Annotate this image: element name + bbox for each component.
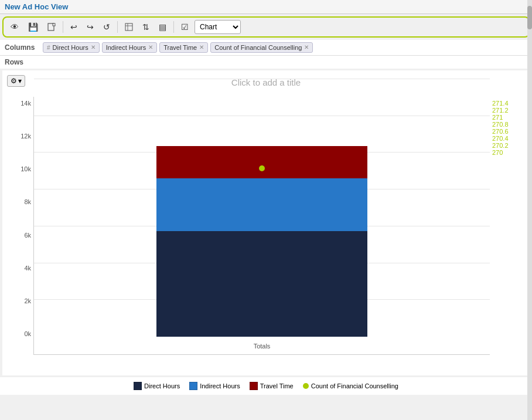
column-tag-label: Indirect Hours [106, 44, 146, 51]
bar-stack [156, 146, 367, 337]
scrollbar-thumb[interactable] [527, 6, 532, 29]
check-button[interactable]: ☑ [178, 20, 192, 34]
gear-button[interactable]: ⚙ ▾ [7, 75, 25, 87]
rows-label: Rows [5, 58, 37, 66]
rows-row: Rows [0, 56, 532, 69]
gear-dropdown-icon: ▾ [18, 77, 22, 85]
right-axis-wrapper: 271.4 271.2 271 270.8 270.6 270.4 270.2 … [490, 97, 525, 355]
chart-type-select[interactable]: Chart Table Crosstab [195, 20, 241, 34]
svg-rect-3 [125, 23, 132, 31]
legend-item-count-financial: Count of Financial Counselling [303, 382, 398, 390]
scrollbar[interactable] [527, 0, 532, 420]
export-button[interactable] [44, 20, 59, 34]
financial-counselling-dot [259, 165, 265, 171]
legend-color-direct-hours [134, 382, 142, 390]
columns-label: Columns [5, 43, 37, 52]
undo-button[interactable]: ↩ [67, 20, 81, 34]
view-button[interactable]: 👁 [7, 20, 22, 34]
legend-color-indirect-hours [189, 382, 197, 390]
toolbar: 👁 💾 ↩ ↪ ↺ ⇅ ▤ ☑ Chart Table Crosstab [2, 16, 530, 38]
bar-direct-hours [156, 231, 367, 337]
hash-icon: # [47, 45, 50, 51]
column-tag-label: Direct Hours [53, 44, 88, 51]
svg-rect-2 [53, 23, 55, 26]
legend-label-direct-hours: Direct Hours [144, 382, 180, 389]
legend-label-indirect-hours: Indirect Hours [200, 382, 240, 389]
refresh-button[interactable]: ↺ [100, 20, 114, 34]
grid-line [34, 79, 490, 79]
remove-travel-time[interactable]: ✕ [199, 45, 204, 50]
remove-count-financial[interactable]: ✕ [304, 45, 309, 50]
columns-row: Columns # Direct Hours ✕ Indirect Hours … [0, 40, 532, 56]
grid-line [34, 116, 490, 116]
column-tag-label: Travel Time [163, 44, 197, 51]
legend-dot-financial [303, 383, 309, 389]
legend: Direct Hours Indirect Hours Travel Time … [0, 377, 532, 395]
sort-button[interactable]: ⇅ [139, 20, 153, 34]
chart-body: Totals [33, 97, 490, 355]
bar-indirect-hours [156, 178, 367, 231]
separator-1 [63, 21, 63, 33]
legend-label-travel-time: Travel Time [260, 382, 294, 389]
format-button[interactable] [121, 20, 137, 34]
remove-direct-hours[interactable]: ✕ [91, 45, 96, 50]
page-title: New Ad Hoc View [5, 2, 68, 11]
bar-travel-time [156, 146, 367, 178]
title-bar: New Ad Hoc View [0, 0, 532, 14]
legend-item-indirect-hours: Indirect Hours [189, 382, 240, 390]
column-tag-direct-hours: # Direct Hours ✕ [43, 42, 100, 53]
redo-button[interactable]: ↪ [83, 20, 97, 34]
legend-label-count-financial: Count of Financial Counselling [311, 382, 398, 389]
y-axis-left: 14k 12k 10k 8k 6k 4k 2k 0k [7, 97, 33, 355]
chart-container: 14k 12k 10k 8k 6k 4k 2k 0k [7, 97, 525, 355]
y-axis-right: 271.4 271.2 271 270.8 270.6 270.4 270.2 … [490, 97, 525, 174]
legend-item-travel-time: Travel Time [250, 382, 294, 390]
legend-item-direct-hours: Direct Hours [134, 382, 180, 390]
separator-3 [173, 21, 174, 33]
save-button[interactable]: 💾 [25, 20, 42, 34]
chart-title[interactable]: Click to add a title [7, 75, 525, 92]
separator-2 [117, 21, 118, 33]
column-tag-travel-time: Travel Time ✕ [159, 42, 208, 53]
format-icon [125, 23, 133, 31]
filter-button[interactable]: ▤ [155, 20, 170, 34]
legend-color-travel-time [250, 382, 258, 390]
column-tag-indirect-hours: Indirect Hours ✕ [102, 42, 157, 53]
column-tag-count-financial: Count of Financial Counselling ✕ [210, 42, 313, 53]
x-axis-label: Totals [254, 343, 271, 350]
column-tag-label: Count of Financial Counselling [214, 44, 302, 51]
gear-icon: ⚙ [11, 77, 17, 85]
chart-area: ⚙ ▾ Click to add a title 14k 12k 10k 8k … [2, 70, 530, 375]
export-icon [47, 23, 56, 31]
remove-indirect-hours[interactable]: ✕ [148, 45, 153, 50]
